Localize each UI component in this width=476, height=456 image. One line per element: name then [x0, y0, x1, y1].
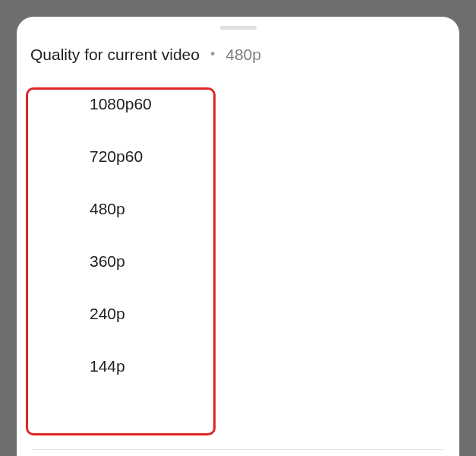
quality-option-144p[interactable]: 144p — [17, 340, 459, 392]
quality-option-480p[interactable]: 480p — [17, 182, 459, 235]
quality-option-240p[interactable]: 240p — [17, 287, 459, 340]
divider — [32, 449, 444, 450]
sheet-header: Quality for current video • 480p — [17, 45, 459, 64]
quality-option-720p60[interactable]: 720p60 — [17, 130, 459, 182]
quality-sheet: Quality for current video • 480p 1080p60… — [17, 17, 459, 456]
sheet-title: Quality for current video — [30, 45, 200, 64]
current-quality-value: 480p — [225, 45, 261, 64]
quality-list: 1080p60 720p60 480p 360p 240p 144p — [17, 78, 459, 392]
quality-option-360p[interactable]: 360p — [17, 235, 459, 287]
dot-separator: • — [210, 46, 215, 63]
drag-handle[interactable] — [220, 26, 257, 30]
quality-option-1080p60[interactable]: 1080p60 — [17, 78, 459, 130]
